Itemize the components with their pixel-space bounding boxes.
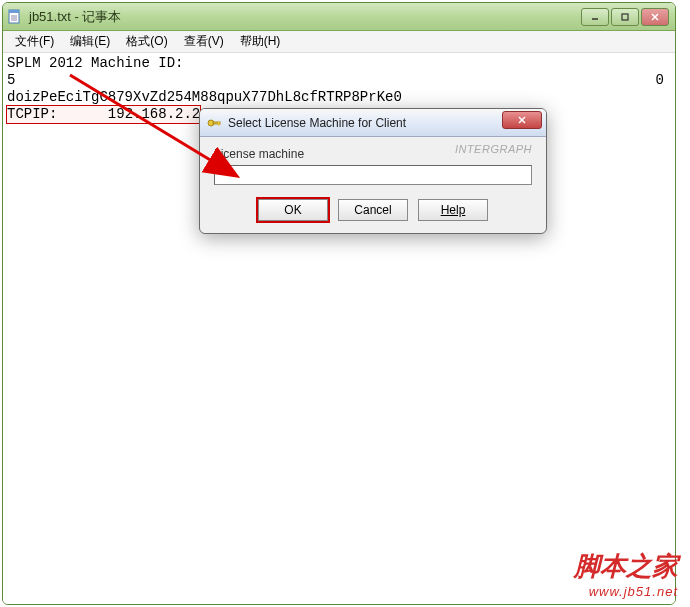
- svg-rect-6: [622, 14, 628, 20]
- text-line-2-end: 0: [655, 72, 663, 88]
- ok-button[interactable]: OK: [258, 199, 328, 221]
- text-line-1: SPLM 2012 Machine ID:: [7, 55, 183, 71]
- license-machine-input[interactable]: [214, 165, 532, 185]
- menu-help[interactable]: 帮助(H): [232, 31, 289, 52]
- tcpip-highlight: TCPIP: 192.168.2.2: [7, 106, 200, 123]
- tcpip-label: TCPIP:: [7, 106, 57, 122]
- svg-rect-12: [218, 122, 220, 126]
- notepad-window: jb51.txt - 记事本 文件(F) 编辑(E) 格式(O) 查看(V) 帮…: [2, 2, 676, 605]
- maximize-button[interactable]: [611, 8, 639, 26]
- cancel-button[interactable]: Cancel: [338, 199, 408, 221]
- text-line-3: doizPeEciTgC879XvZd254M88qpuX77DhL8cfRTR…: [7, 89, 402, 105]
- svg-rect-1: [9, 10, 19, 13]
- help-button[interactable]: Help: [418, 199, 488, 221]
- menubar: 文件(F) 编辑(E) 格式(O) 查看(V) 帮助(H): [3, 31, 675, 53]
- menu-format[interactable]: 格式(O): [118, 31, 175, 52]
- dialog-close-button[interactable]: [502, 111, 542, 129]
- key-icon: [206, 115, 222, 131]
- menu-edit[interactable]: 编辑(E): [62, 31, 118, 52]
- text-line-2-start: 5: [7, 72, 15, 88]
- dialog-body: INTERGRAPH License machine: [200, 137, 546, 193]
- notepad-icon: [7, 9, 23, 25]
- brand-label: INTERGRAPH: [455, 143, 532, 155]
- menu-view[interactable]: 查看(V): [176, 31, 232, 52]
- dialog-titlebar: Select License Machine for Client: [200, 109, 546, 137]
- window-title: jb51.txt - 记事本: [29, 8, 581, 26]
- license-dialog: Select License Machine for Client INTERG…: [199, 108, 547, 234]
- dialog-buttons: OK Cancel Help: [200, 193, 546, 231]
- close-button[interactable]: [641, 8, 669, 26]
- minimize-button[interactable]: [581, 8, 609, 26]
- titlebar: jb51.txt - 记事本: [3, 3, 675, 31]
- menu-file[interactable]: 文件(F): [7, 31, 62, 52]
- window-controls: [581, 8, 669, 26]
- dialog-title: Select License Machine for Client: [228, 116, 502, 130]
- tcpip-value: 192.168.2.2: [108, 106, 200, 122]
